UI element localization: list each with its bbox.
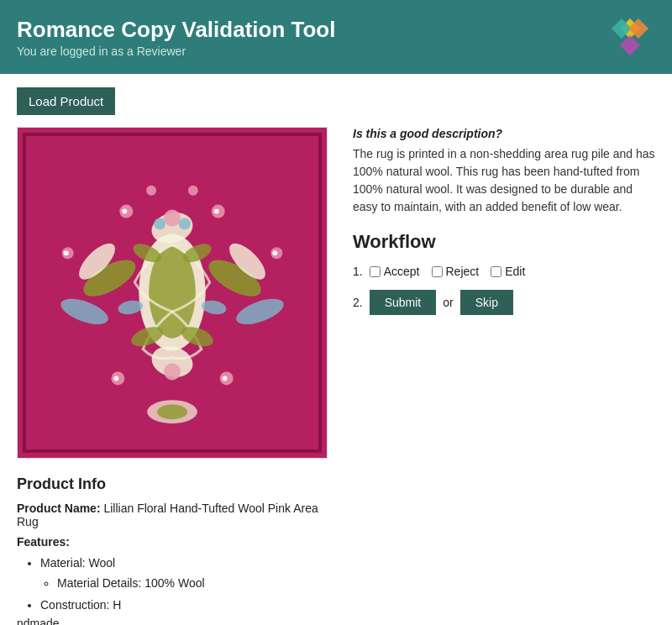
reject-text: Reject <box>446 265 480 278</box>
product-name-row: Product Name: Lillian Floral Hand-Tufted… <box>17 502 328 528</box>
svg-point-14 <box>164 364 181 381</box>
feature-material: Material: Wool <box>40 556 115 570</box>
workflow-title: Workflow <box>353 231 655 253</box>
edit-text: Edit <box>505 265 525 278</box>
skip-button[interactable]: Skip <box>460 290 513 315</box>
svg-point-40 <box>188 186 198 196</box>
svg-point-28 <box>223 376 228 381</box>
accept-label[interactable]: Accept <box>370 265 420 278</box>
content-columns: Product Info Product Name: Lillian Flora… <box>17 127 655 625</box>
step-1-number: 1. <box>353 265 363 278</box>
or-text: or <box>443 296 453 309</box>
reject-checkbox[interactable] <box>432 266 443 277</box>
accept-text: Accept <box>384 265 420 278</box>
main-content: Load Product <box>0 74 672 625</box>
checkbox-group: Accept Reject Edit <box>370 265 533 278</box>
svg-point-42 <box>157 404 187 419</box>
list-item: Material Details: 100% Wool <box>57 574 328 594</box>
reject-label[interactable]: Reject <box>432 265 480 278</box>
right-column: Is this a good description? The rug is p… <box>353 127 655 327</box>
svg-point-10 <box>164 210 181 227</box>
ndmade-text: ndmade <box>17 617 328 625</box>
features-label: Features: <box>17 535 328 549</box>
svg-point-12 <box>179 218 191 229</box>
user-role-label: You are logged in as a Reviewer <box>17 45 335 58</box>
svg-point-32 <box>272 250 277 255</box>
submit-button[interactable]: Submit <box>370 290 437 315</box>
workflow-step-2: 2. Submit or Skip <box>353 290 655 315</box>
workflow-step-1: 1. Accept Reject Edit <box>353 265 655 278</box>
app-title: Romance Copy Validation Tool <box>17 17 335 43</box>
rug-svg <box>18 128 327 458</box>
product-name-label: Product Name: <box>17 502 101 515</box>
svg-point-30 <box>64 250 69 255</box>
step-2-number: 2. <box>353 296 363 309</box>
action-buttons: Submit or Skip <box>370 290 513 315</box>
svg-point-24 <box>214 209 219 214</box>
product-info-title: Product Info <box>17 475 328 493</box>
list-item: Construction: H <box>40 596 328 616</box>
list-item: Material: Wool Material Details: 100% Wo… <box>40 554 328 594</box>
load-product-button[interactable]: Load Product <box>17 87 115 115</box>
svg-point-11 <box>154 218 165 229</box>
accept-checkbox[interactable] <box>370 266 381 277</box>
app-header: Romance Copy Validation Tool You are log… <box>0 0 672 74</box>
svg-point-22 <box>122 209 127 214</box>
left-column: Product Info Product Name: Lillian Flora… <box>17 127 328 625</box>
features-list: Material: Wool Material Details: 100% Wo… <box>17 554 328 615</box>
description-text: The rug is printed in a non-shedding are… <box>353 145 655 216</box>
product-image <box>17 127 328 459</box>
edit-checkbox[interactable] <box>491 266 501 277</box>
logo-icon <box>605 12 655 62</box>
edit-label[interactable]: Edit <box>491 265 525 278</box>
svg-point-26 <box>113 376 118 381</box>
product-info-section: Product Info Product Name: Lillian Flora… <box>17 475 328 625</box>
svg-marker-2 <box>620 35 640 55</box>
description-label: Is this a good description? <box>353 127 655 140</box>
header-text-group: Romance Copy Validation Tool You are log… <box>17 17 335 58</box>
sub-list: Material Details: 100% Wool <box>40 574 328 594</box>
svg-point-39 <box>146 186 156 196</box>
